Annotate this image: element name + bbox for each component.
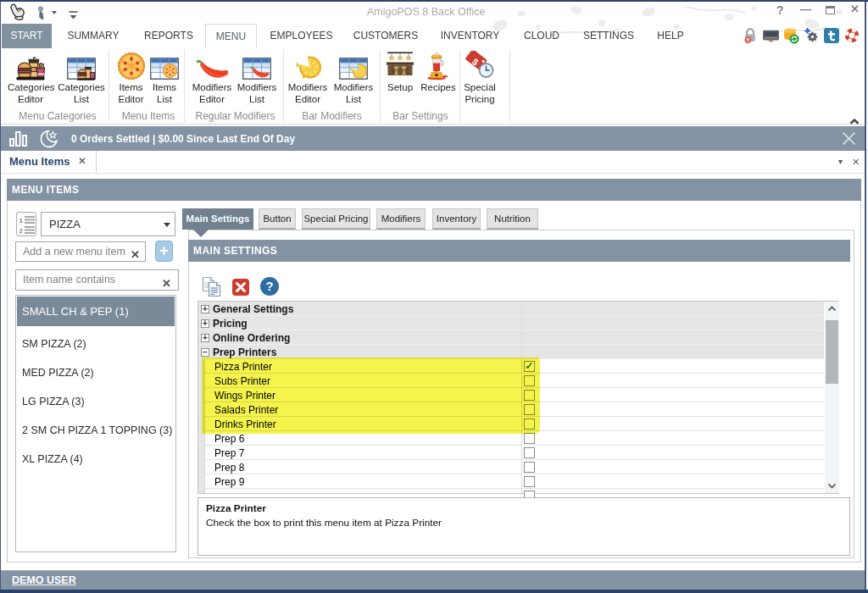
svg-text:2: 2 <box>19 227 24 235</box>
svg-text:1: 1 <box>19 217 24 224</box>
